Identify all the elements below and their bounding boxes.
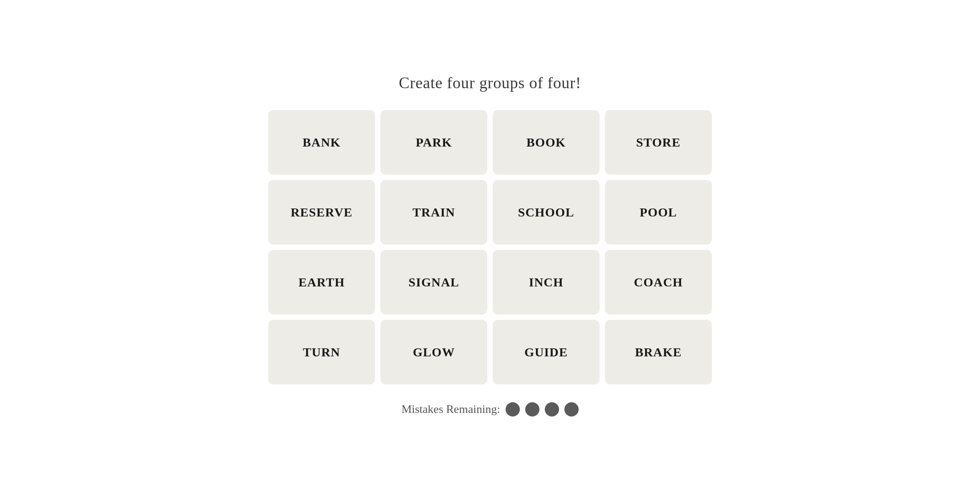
grid-cell-brake[interactable]: BRAKE	[605, 320, 712, 384]
subtitle: Create four groups of four!	[399, 74, 581, 92]
cell-label-signal: SIGNAL	[408, 275, 459, 290]
cell-label-school: SCHOOL	[518, 205, 575, 220]
mistakes-dots	[506, 402, 579, 416]
cell-label-glow: GLOW	[413, 345, 455, 359]
mistake-dot-2	[525, 402, 539, 416]
grid-cell-book[interactable]: BOOK	[493, 110, 600, 175]
grid-cell-guide[interactable]: GUIDE	[493, 320, 600, 384]
cell-label-brake: BRAKE	[635, 345, 682, 359]
word-grid: BANKPARKBOOKSTORERESERVETRAINSCHOOLPOOLE…	[268, 110, 712, 384]
mistakes-label: Mistakes Remaining:	[401, 403, 500, 416]
cell-label-earth: EARTH	[298, 275, 345, 290]
cell-label-reserve: RESERVE	[290, 205, 352, 220]
grid-cell-glow[interactable]: GLOW	[380, 320, 487, 384]
grid-cell-earth[interactable]: EARTH	[268, 250, 375, 314]
cell-label-pool: POOL	[640, 205, 677, 220]
cell-label-bank: BANK	[302, 135, 340, 150]
mistake-dot-4	[564, 402, 579, 416]
grid-cell-inch[interactable]: INCH	[493, 250, 600, 314]
cell-label-turn: TURN	[303, 345, 340, 359]
grid-cell-pool[interactable]: POOL	[605, 180, 712, 245]
cell-label-store: STORE	[636, 135, 681, 150]
grid-cell-school[interactable]: SCHOOL	[493, 180, 600, 245]
grid-cell-train[interactable]: TRAIN	[380, 180, 487, 245]
grid-cell-turn[interactable]: TURN	[268, 320, 375, 384]
page-container: Create four groups of four! BANKPARKBOOK…	[0, 74, 980, 416]
cell-label-park: PARK	[416, 135, 452, 150]
grid-cell-park[interactable]: PARK	[380, 110, 487, 175]
grid-cell-store[interactable]: STORE	[605, 110, 712, 175]
grid-cell-signal[interactable]: SIGNAL	[380, 250, 487, 314]
grid-cell-coach[interactable]: COACH	[605, 250, 712, 314]
mistake-dot-3	[545, 402, 559, 416]
cell-label-book: BOOK	[527, 135, 566, 150]
grid-cell-bank[interactable]: BANK	[268, 110, 375, 175]
mistake-dot-1	[506, 402, 520, 416]
mistakes-row: Mistakes Remaining:	[401, 402, 579, 416]
cell-label-inch: INCH	[529, 275, 564, 290]
cell-label-guide: GUIDE	[524, 345, 568, 359]
cell-label-coach: COACH	[634, 275, 683, 290]
grid-cell-reserve[interactable]: RESERVE	[268, 180, 375, 245]
cell-label-train: TRAIN	[412, 205, 455, 220]
